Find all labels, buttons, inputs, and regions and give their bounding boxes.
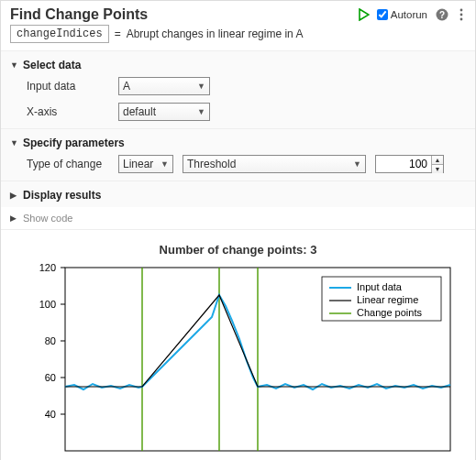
chevron-right-icon: ▶ bbox=[10, 214, 19, 223]
input-data-value: A bbox=[123, 80, 130, 93]
section-display-results-label: Display results bbox=[23, 189, 101, 202]
svg-text:80: 80 bbox=[45, 335, 56, 346]
threshold-value-stepper[interactable]: ▲ ▼ bbox=[375, 155, 444, 173]
y-tick: 60 bbox=[45, 372, 65, 383]
help-icon[interactable]: ? bbox=[435, 7, 449, 22]
equals-sign: = bbox=[115, 27, 121, 40]
chevron-down-icon: ▼ bbox=[10, 60, 19, 70]
x-axis-label: X-axis bbox=[27, 105, 109, 118]
chevron-right-icon: ▶ bbox=[10, 191, 19, 200]
run-icon[interactable] bbox=[359, 8, 370, 21]
legend: Input data Linear regime Change points bbox=[322, 277, 441, 321]
type-of-change-label: Type of change bbox=[27, 158, 109, 170]
chevron-down-icon: ▼ bbox=[10, 138, 19, 148]
x-axis-select[interactable]: default ▼ bbox=[118, 103, 210, 121]
page-title: Find Change Points bbox=[10, 6, 359, 23]
section-select-data-label: Select data bbox=[23, 59, 81, 71]
step-up-icon[interactable]: ▲ bbox=[432, 156, 443, 165]
svg-point-5 bbox=[460, 18, 463, 21]
more-icon[interactable] bbox=[457, 7, 466, 22]
y-tick: 100 bbox=[39, 299, 65, 310]
y-tick: 120 bbox=[39, 262, 65, 273]
section-show-code[interactable]: ▶ Show code bbox=[1, 207, 475, 229]
y-tick: 80 bbox=[45, 335, 65, 346]
section-specify-parameters[interactable]: ▼ Specify parameters bbox=[10, 135, 466, 151]
y-tick: 40 bbox=[45, 409, 65, 420]
threshold-value-input[interactable] bbox=[376, 156, 431, 172]
type-of-change-select[interactable]: Linear ▼ bbox=[118, 155, 173, 173]
legend-item: Change points bbox=[357, 307, 422, 318]
svg-point-4 bbox=[460, 14, 463, 16]
step-down-icon[interactable]: ▼ bbox=[432, 165, 443, 173]
input-data-label: Input data bbox=[27, 80, 109, 93]
type-of-change-value: Linear bbox=[123, 158, 153, 170]
svg-point-3 bbox=[460, 9, 463, 12]
svg-text:100: 100 bbox=[39, 299, 56, 310]
svg-marker-0 bbox=[360, 9, 369, 20]
section-specify-parameters-label: Specify parameters bbox=[23, 137, 125, 149]
autorun-label: Autorun bbox=[391, 9, 427, 20]
chart: 120 100 80 60 40 Input data bbox=[10, 258, 464, 460]
svg-text:?: ? bbox=[439, 10, 445, 20]
svg-text:40: 40 bbox=[45, 409, 56, 420]
input-data-select[interactable]: A ▼ bbox=[118, 77, 210, 95]
task-description: Abrupt changes in linear regime in A bbox=[127, 27, 304, 40]
chevron-down-icon: ▼ bbox=[353, 159, 361, 169]
section-show-code-label: Show code bbox=[23, 213, 72, 224]
chevron-down-icon: ▼ bbox=[197, 82, 205, 91]
legend-item: Input data bbox=[357, 281, 403, 292]
svg-text:60: 60 bbox=[45, 372, 56, 383]
threshold-mode-select[interactable]: Threshold ▼ bbox=[183, 155, 366, 173]
chevron-down-icon: ▼ bbox=[197, 107, 205, 116]
output-variable-field[interactable]: changeIndices bbox=[10, 25, 109, 43]
autorun-checkbox[interactable]: Autorun bbox=[377, 9, 427, 20]
chevron-down-icon: ▼ bbox=[161, 159, 169, 169]
threshold-mode-value: Threshold bbox=[187, 158, 236, 170]
x-axis-value: default bbox=[123, 105, 156, 118]
legend-item: Linear regime bbox=[357, 294, 418, 305]
section-display-results[interactable]: ▶ Display results bbox=[10, 187, 466, 203]
section-select-data[interactable]: ▼ Select data bbox=[10, 57, 466, 73]
svg-text:120: 120 bbox=[39, 262, 56, 273]
plot-title: Number of change points: 3 bbox=[10, 239, 466, 258]
